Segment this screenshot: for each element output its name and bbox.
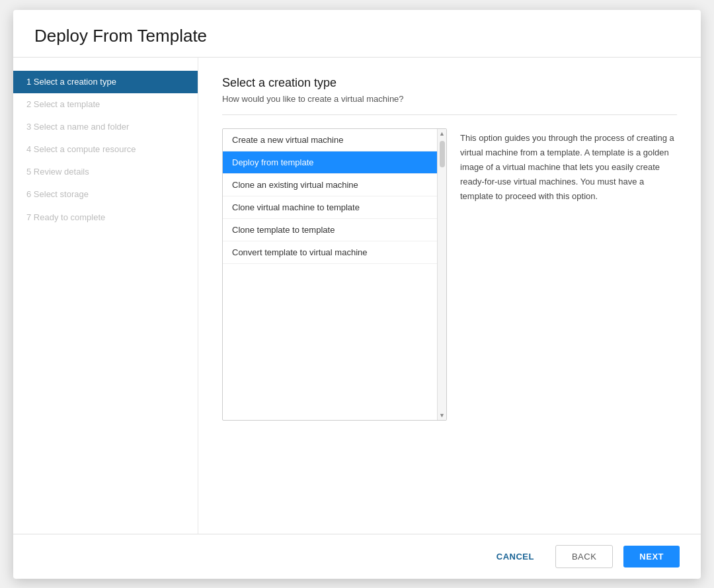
list-item-convert-template[interactable]: Convert template to virtual machine	[223, 241, 446, 264]
sidebar: 1 Select a creation type 2 Select a temp…	[13, 58, 198, 534]
section-title: Select a creation type	[222, 76, 677, 90]
description-text: This option guides you through the proce…	[460, 131, 677, 204]
dialog-footer: CANCEL BACK NEXT	[13, 534, 701, 579]
scrollbar-track	[438, 138, 446, 411]
next-button[interactable]: NEXT	[623, 546, 680, 567]
dialog-body: 1 Select a creation type 2 Select a temp…	[13, 58, 701, 534]
scroll-down-icon[interactable]: ▼	[438, 411, 446, 420]
back-button[interactable]: BACK	[555, 545, 613, 568]
section-subtitle: How would you like to create a virtual m…	[222, 94, 677, 104]
sidebar-item-step6: 6 Select storage	[13, 183, 198, 206]
scroll-up-icon[interactable]: ▲	[438, 129, 446, 138]
list-item-clone-to-template[interactable]: Clone virtual machine to template	[223, 196, 446, 219]
sidebar-item-step2: 2 Select a template	[13, 93, 198, 116]
main-content: Select a creation type How would you lik…	[198, 58, 701, 534]
scrollbar-thumb	[440, 141, 445, 167]
dialog-header: Deploy From Template	[13, 10, 701, 58]
list-item-deploy-template[interactable]: Deploy from template	[223, 151, 446, 174]
description-panel: This option guides you through the proce…	[460, 128, 677, 421]
cancel-button[interactable]: CANCEL	[486, 546, 545, 567]
sidebar-item-step4: 4 Select a compute resource	[13, 138, 198, 161]
sidebar-item-step1[interactable]: 1 Select a creation type	[13, 71, 198, 93]
list-item-new-vm[interactable]: Create a new virtual machine	[223, 129, 446, 151]
list-scroll[interactable]: Create a new virtual machine Deploy from…	[223, 129, 446, 420]
sidebar-item-step7: 7 Ready to complete	[13, 206, 198, 229]
creation-type-list: Create a new virtual machine Deploy from…	[222, 128, 447, 421]
content-area: Create a new virtual machine Deploy from…	[222, 128, 677, 421]
deploy-dialog: Deploy From Template 1 Select a creation…	[13, 10, 701, 579]
list-scrollbar[interactable]: ▲ ▼	[437, 129, 446, 420]
sidebar-item-step5: 5 Review details	[13, 161, 198, 183]
dialog-title: Deploy From Template	[34, 26, 680, 46]
list-item-clone-template[interactable]: Clone template to template	[223, 219, 446, 241]
sidebar-item-step3: 3 Select a name and folder	[13, 116, 198, 138]
list-item-clone-vm[interactable]: Clone an existing virtual machine	[223, 174, 446, 196]
section-divider	[222, 114, 677, 115]
